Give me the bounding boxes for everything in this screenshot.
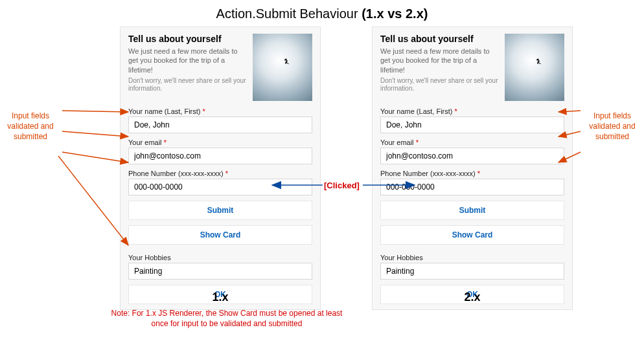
email-label: Your email * [128, 138, 312, 146]
annotation-clicked: [Clicked] [324, 181, 360, 190]
diver-icon [282, 57, 292, 66]
diver-icon [535, 57, 544, 66]
phone-label: Phone Number (xxx-xxx-xxxx) * [128, 170, 312, 177]
version-label-2x: 2.x [372, 291, 573, 304]
card-fineprint: Don't worry, we'll never share or sell y… [380, 77, 498, 93]
card-subtitle: We just need a few more details to get y… [128, 47, 246, 74]
hobby-label: Your Hobbies [380, 254, 564, 261]
field-name: Your name (Last, First) * [380, 107, 564, 133]
name-label: Your name (Last, First) * [380, 107, 564, 115]
card-fineprint: Don't worry, we'll never share or sell y… [128, 77, 246, 93]
card-header: Tell us about yourself We just need a fe… [380, 34, 564, 101]
card-1x: Tell us about yourself We just need a fe… [120, 27, 321, 310]
svg-line-9 [62, 131, 128, 137]
field-name: Your name (Last, First) * [128, 107, 312, 133]
hobby-input[interactable] [128, 263, 312, 280]
hobby-input[interactable] [380, 263, 564, 280]
card-image-diver [253, 34, 312, 101]
name-input[interactable] [380, 116, 564, 133]
version-label-1x: 1.x [120, 291, 321, 304]
card-2x: Tell us about yourself We just need a fe… [372, 27, 573, 310]
diagram-stage: Tell us about yourself We just need a fe… [0, 27, 644, 311]
svg-line-11 [58, 156, 128, 245]
field-email: Your email * [128, 138, 312, 164]
email-label: Your email * [380, 138, 564, 146]
page-title-prefix: Action.Submit Behaviour [216, 6, 362, 21]
page-title-suffix: (1.x vs 2.x) [362, 6, 428, 21]
card-image-diver [505, 34, 564, 101]
email-input[interactable] [380, 148, 564, 164]
phone-label: Phone Number (xxx-xxx-xxxx) * [380, 170, 564, 177]
svg-line-10 [62, 152, 128, 162]
annotation-right: Input fields validated and submitted [583, 111, 641, 142]
svg-rect-3 [286, 62, 288, 64]
phone-input[interactable] [128, 179, 312, 195]
card-title: Tell us about yourself [128, 34, 246, 44]
field-phone: Phone Number (xxx-xxx-xxxx) * [380, 170, 564, 195]
field-email: Your email * [380, 138, 564, 164]
footnote: Note: For 1.x JS Renderer, the Show Card… [110, 309, 343, 329]
show-card-button[interactable]: Show Card [380, 225, 564, 245]
field-hobby: Your Hobbies [128, 254, 312, 280]
email-input[interactable] [128, 148, 312, 164]
field-phone: Phone Number (xxx-xxx-xxxx) * [128, 170, 312, 195]
field-hobby: Your Hobbies [380, 254, 564, 280]
svg-line-8 [62, 111, 128, 112]
card-header-texts: Tell us about yourself We just need a fe… [380, 34, 498, 101]
name-input[interactable] [128, 116, 312, 133]
card-header: Tell us about yourself We just need a fe… [128, 34, 312, 101]
submit-button[interactable]: Submit [128, 201, 312, 220]
submit-button[interactable]: Submit [380, 201, 564, 220]
svg-rect-7 [538, 62, 540, 64]
card-header-texts: Tell us about yourself We just need a fe… [128, 34, 246, 101]
name-label: Your name (Last, First) * [128, 107, 312, 115]
card-title: Tell us about yourself [380, 34, 498, 44]
show-card-button[interactable]: Show Card [128, 225, 312, 245]
card-subtitle: We just need a few more details to get y… [380, 47, 498, 74]
annotation-left: Input fields validated and submitted [1, 111, 60, 142]
page-title: Action.Submit Behaviour (1.x vs 2.x) [0, 0, 644, 27]
hobby-label: Your Hobbies [128, 254, 312, 261]
phone-input[interactable] [380, 179, 564, 195]
